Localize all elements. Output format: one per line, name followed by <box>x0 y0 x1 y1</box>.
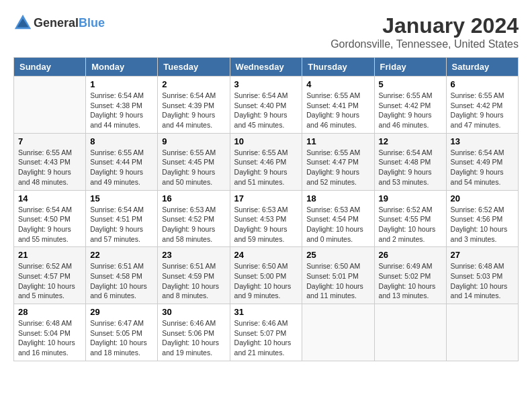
logo-general: General <box>34 16 79 30</box>
day-number: 23 <box>162 250 225 260</box>
day-info: Sunrise: 6:54 AM Sunset: 4:39 PM Dayligh… <box>162 91 225 130</box>
calendar-cell: 2Sunrise: 6:54 AM Sunset: 4:39 PM Daylig… <box>158 77 230 134</box>
day-info: Sunrise: 6:55 AM Sunset: 4:41 PM Dayligh… <box>306 91 369 130</box>
day-number: 25 <box>306 250 369 260</box>
calendar-cell <box>374 304 446 361</box>
day-info: Sunrise: 6:53 AM Sunset: 4:54 PM Dayligh… <box>306 205 369 244</box>
day-number: 1 <box>90 79 153 89</box>
day-info: Sunrise: 6:55 AM Sunset: 4:42 PM Dayligh… <box>451 91 514 130</box>
calendar-cell <box>446 304 518 361</box>
day-info: Sunrise: 6:55 AM Sunset: 4:45 PM Dayligh… <box>162 148 225 187</box>
day-info: Sunrise: 6:53 AM Sunset: 4:53 PM Dayligh… <box>234 205 298 244</box>
day-number: 8 <box>90 136 153 146</box>
calendar-cell: 25Sunrise: 6:50 AM Sunset: 5:01 PM Dayli… <box>302 247 374 304</box>
calendar-cell: 26Sunrise: 6:49 AM Sunset: 5:02 PM Dayli… <box>374 247 446 304</box>
calendar-week-1: 1Sunrise: 6:54 AM Sunset: 4:38 PM Daylig… <box>14 77 519 134</box>
calendar-cell: 12Sunrise: 6:54 AM Sunset: 4:48 PM Dayli… <box>374 133 446 190</box>
calendar-week-5: 28Sunrise: 6:48 AM Sunset: 5:04 PM Dayli… <box>14 304 519 361</box>
calendar-header-thursday: Thursday <box>302 58 374 77</box>
calendar-header-row: SundayMondayTuesdayWednesdayThursdayFrid… <box>14 58 519 77</box>
day-info: Sunrise: 6:53 AM Sunset: 4:52 PM Dayligh… <box>162 205 225 244</box>
location-title: Gordonsville, Tennessee, United States <box>330 38 519 50</box>
day-number: 15 <box>90 193 153 203</box>
day-info: Sunrise: 6:50 AM Sunset: 5:01 PM Dayligh… <box>306 261 369 301</box>
calendar-cell: 3Sunrise: 6:54 AM Sunset: 4:40 PM Daylig… <box>230 77 302 134</box>
day-number: 30 <box>162 307 225 317</box>
day-number: 13 <box>451 136 514 146</box>
calendar-body: 1Sunrise: 6:54 AM Sunset: 4:38 PM Daylig… <box>14 77 519 361</box>
day-info: Sunrise: 6:48 AM Sunset: 5:03 PM Dayligh… <box>451 261 514 301</box>
calendar-header-tuesday: Tuesday <box>158 58 230 77</box>
day-number: 2 <box>162 79 225 89</box>
day-number: 19 <box>379 193 442 203</box>
calendar-cell: 31Sunrise: 6:46 AM Sunset: 5:07 PM Dayli… <box>230 304 302 361</box>
day-info: Sunrise: 6:54 AM Sunset: 4:49 PM Dayligh… <box>451 148 514 187</box>
calendar-cell: 29Sunrise: 6:47 AM Sunset: 5:05 PM Dayli… <box>86 304 158 361</box>
day-info: Sunrise: 6:46 AM Sunset: 5:07 PM Dayligh… <box>234 318 298 358</box>
calendar-cell: 24Sunrise: 6:50 AM Sunset: 5:00 PM Dayli… <box>230 247 302 304</box>
calendar-table: SundayMondayTuesdayWednesdayThursdayFrid… <box>13 57 519 361</box>
logo-icon <box>13 13 32 32</box>
day-number: 24 <box>234 250 298 260</box>
calendar-cell: 7Sunrise: 6:55 AM Sunset: 4:43 PM Daylig… <box>14 133 86 190</box>
calendar-cell: 6Sunrise: 6:55 AM Sunset: 4:42 PM Daylig… <box>446 77 518 134</box>
day-info: Sunrise: 6:54 AM Sunset: 4:38 PM Dayligh… <box>90 91 153 130</box>
day-info: Sunrise: 6:54 AM Sunset: 4:51 PM Dayligh… <box>90 205 153 244</box>
calendar-cell: 20Sunrise: 6:52 AM Sunset: 4:56 PM Dayli… <box>446 190 518 247</box>
calendar-cell: 4Sunrise: 6:55 AM Sunset: 4:41 PM Daylig… <box>302 77 374 134</box>
day-number: 26 <box>379 250 442 260</box>
calendar-cell: 18Sunrise: 6:53 AM Sunset: 4:54 PM Dayli… <box>302 190 374 247</box>
day-number: 10 <box>234 136 298 146</box>
day-info: Sunrise: 6:55 AM Sunset: 4:46 PM Dayligh… <box>234 148 298 187</box>
calendar-cell: 8Sunrise: 6:55 AM Sunset: 4:44 PM Daylig… <box>86 133 158 190</box>
calendar-cell: 30Sunrise: 6:46 AM Sunset: 5:06 PM Dayli… <box>158 304 230 361</box>
logo-text: GeneralBlue <box>34 16 105 30</box>
calendar-cell: 5Sunrise: 6:55 AM Sunset: 4:42 PM Daylig… <box>374 77 446 134</box>
calendar-header-saturday: Saturday <box>446 58 518 77</box>
logo-blue: Blue <box>79 16 105 30</box>
calendar-week-2: 7Sunrise: 6:55 AM Sunset: 4:43 PM Daylig… <box>14 133 519 190</box>
calendar-header-friday: Friday <box>374 58 446 77</box>
calendar-week-3: 14Sunrise: 6:54 AM Sunset: 4:50 PM Dayli… <box>14 190 519 247</box>
day-info: Sunrise: 6:54 AM Sunset: 4:50 PM Dayligh… <box>18 205 81 244</box>
calendar-cell: 9Sunrise: 6:55 AM Sunset: 4:45 PM Daylig… <box>158 133 230 190</box>
day-info: Sunrise: 6:48 AM Sunset: 5:04 PM Dayligh… <box>18 318 81 358</box>
day-number: 22 <box>90 250 153 260</box>
day-number: 16 <box>162 193 225 203</box>
day-number: 11 <box>306 136 369 146</box>
day-info: Sunrise: 6:51 AM Sunset: 4:58 PM Dayligh… <box>90 261 153 301</box>
day-number: 21 <box>18 250 81 260</box>
day-info: Sunrise: 6:52 AM Sunset: 4:55 PM Dayligh… <box>379 205 442 244</box>
day-info: Sunrise: 6:55 AM Sunset: 4:42 PM Dayligh… <box>379 91 442 130</box>
logo: GeneralBlue <box>13 13 105 32</box>
day-number: 4 <box>306 79 369 89</box>
calendar-header-monday: Monday <box>86 58 158 77</box>
calendar-header-wednesday: Wednesday <box>230 58 302 77</box>
day-number: 14 <box>18 193 81 203</box>
calendar-cell: 13Sunrise: 6:54 AM Sunset: 4:49 PM Dayli… <box>446 133 518 190</box>
calendar-cell: 19Sunrise: 6:52 AM Sunset: 4:55 PM Dayli… <box>374 190 446 247</box>
calendar-cell: 14Sunrise: 6:54 AM Sunset: 4:50 PM Dayli… <box>14 190 86 247</box>
calendar-cell: 1Sunrise: 6:54 AM Sunset: 4:38 PM Daylig… <box>86 77 158 134</box>
day-number: 3 <box>234 79 298 89</box>
day-info: Sunrise: 6:52 AM Sunset: 4:57 PM Dayligh… <box>18 261 81 301</box>
calendar-cell: 28Sunrise: 6:48 AM Sunset: 5:04 PM Dayli… <box>14 304 86 361</box>
month-title: January 2024 <box>330 13 519 38</box>
calendar-cell: 17Sunrise: 6:53 AM Sunset: 4:53 PM Dayli… <box>230 190 302 247</box>
day-info: Sunrise: 6:46 AM Sunset: 5:06 PM Dayligh… <box>162 318 225 358</box>
day-number: 9 <box>162 136 225 146</box>
day-number: 12 <box>379 136 442 146</box>
day-number: 29 <box>90 307 153 317</box>
day-info: Sunrise: 6:54 AM Sunset: 4:48 PM Dayligh… <box>379 148 442 187</box>
day-number: 28 <box>18 307 81 317</box>
day-info: Sunrise: 6:51 AM Sunset: 4:59 PM Dayligh… <box>162 261 225 301</box>
day-info: Sunrise: 6:49 AM Sunset: 5:02 PM Dayligh… <box>379 261 442 301</box>
calendar-cell: 11Sunrise: 6:55 AM Sunset: 4:47 PM Dayli… <box>302 133 374 190</box>
day-info: Sunrise: 6:52 AM Sunset: 4:56 PM Dayligh… <box>451 205 514 244</box>
calendar-cell: 16Sunrise: 6:53 AM Sunset: 4:52 PM Dayli… <box>158 190 230 247</box>
day-info: Sunrise: 6:55 AM Sunset: 4:43 PM Dayligh… <box>18 148 81 187</box>
calendar-cell: 27Sunrise: 6:48 AM Sunset: 5:03 PM Dayli… <box>446 247 518 304</box>
day-number: 20 <box>451 193 514 203</box>
day-number: 6 <box>451 79 514 89</box>
day-number: 7 <box>18 136 81 146</box>
